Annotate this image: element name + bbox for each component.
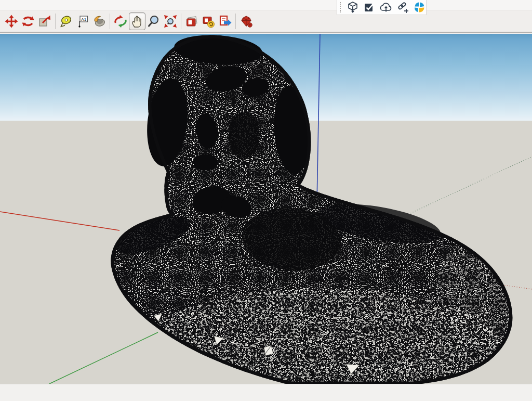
scale-icon xyxy=(38,15,51,28)
paint-bucket-tool-button[interactable] xyxy=(91,12,108,30)
model-check-button[interactable] xyxy=(361,1,378,15)
toolbar-separator xyxy=(110,14,110,29)
green-axis-dotted-line xyxy=(408,157,532,214)
zoom-tool-button[interactable] xyxy=(145,12,162,30)
cube-download-icon xyxy=(347,1,359,14)
blue-axis-line xyxy=(317,34,320,203)
tape-measure-icon xyxy=(59,15,73,28)
red-gem-icon xyxy=(240,15,253,28)
move-tool-button[interactable] xyxy=(3,12,20,30)
update-layout-button[interactable] xyxy=(200,12,217,30)
checked-box-icon xyxy=(363,1,376,14)
paint-bucket-icon xyxy=(92,15,106,28)
orbit-icon xyxy=(114,15,127,28)
rotate-tool-button[interactable] xyxy=(20,12,36,30)
pan-hand-icon xyxy=(130,15,144,28)
text-label-icon: A1 xyxy=(76,15,89,28)
add-link-button[interactable] xyxy=(394,1,411,15)
export-layout-icon xyxy=(218,15,232,28)
move-icon xyxy=(5,15,18,28)
zoom-icon xyxy=(147,15,161,28)
export-layout-button[interactable] xyxy=(217,12,233,30)
status-bar xyxy=(0,384,532,401)
download-model-button[interactable] xyxy=(344,1,361,15)
trimble-connect-button[interactable] xyxy=(411,1,428,15)
red-axis-line xyxy=(0,212,119,230)
cloud-upload-button[interactable] xyxy=(378,1,394,15)
pan-tool-button[interactable] xyxy=(129,12,145,30)
zoom-extents-tool-button[interactable] xyxy=(162,12,179,30)
sketchup-window: A1 xyxy=(0,0,532,401)
cloud-upload-icon xyxy=(380,1,392,14)
wireframe-scene xyxy=(0,34,532,384)
extension-gem-button[interactable] xyxy=(238,12,255,30)
orbit-tool-button[interactable] xyxy=(112,12,129,30)
top-chrome: A1 xyxy=(0,0,532,34)
update-layout-icon xyxy=(202,15,215,28)
text-tool-glyph: A1 xyxy=(81,17,86,21)
send-to-layout-button[interactable] xyxy=(183,12,200,30)
text-tool-button[interactable]: A1 xyxy=(74,12,91,30)
wireframe-bust-model[interactable] xyxy=(111,34,530,384)
scale-tool-button[interactable] xyxy=(36,12,53,30)
toolbar-separator xyxy=(55,14,56,29)
toolbar-drag-grip[interactable] xyxy=(340,2,342,12)
green-axis-line xyxy=(49,332,158,384)
toolbar-separator xyxy=(181,14,181,29)
model-viewport[interactable] xyxy=(0,34,532,384)
tape-measure-tool-button[interactable] xyxy=(58,12,74,30)
send-to-layout-icon xyxy=(185,15,198,28)
rotate-icon xyxy=(21,15,35,28)
trimble-connect-logo xyxy=(413,1,425,14)
warehouse-toolbar xyxy=(337,0,427,15)
zoom-extents-icon xyxy=(164,15,177,28)
title-strip xyxy=(0,0,532,10)
toolbar-separator xyxy=(235,14,236,29)
link-plus-icon xyxy=(396,1,409,14)
main-toolbar: A1 xyxy=(0,10,532,33)
